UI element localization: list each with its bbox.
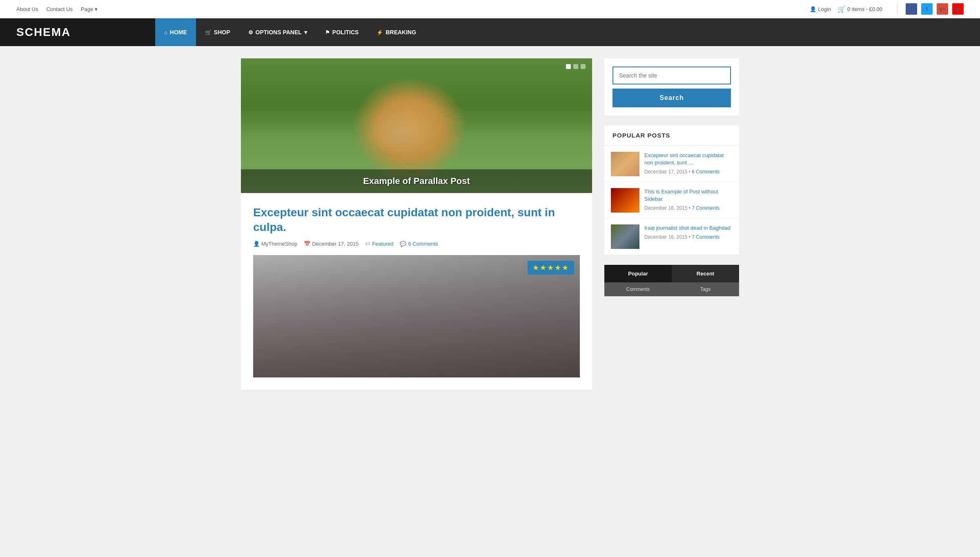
slider-dot-2[interactable] — [573, 64, 578, 69]
post-comments[interactable]: 💬 6 Comments — [400, 241, 438, 247]
search-button[interactable]: Search — [612, 89, 731, 107]
comment-icon: 💬 — [400, 241, 406, 247]
youtube-icon[interactable]: ▶ — [952, 3, 964, 15]
politics-icon: ⚑ — [325, 29, 330, 36]
popular-post-meta-1: December 17, 2015 • 6 Comments — [644, 169, 733, 175]
googleplus-icon[interactable]: g+ — [937, 3, 948, 15]
slider: Example of Parallax Post — [241, 58, 592, 193]
post-wrapper: Excepteur sint occaecat cupidatat non pr… — [241, 193, 592, 390]
breaking-icon: ⚡ — [376, 29, 383, 36]
nav-shop[interactable]: 🛒 SHOP — [196, 18, 239, 46]
popular-post-item-3: Iraqi journalist shot dead in Baghdad De… — [604, 219, 739, 255]
stars-rating: ★★★★★ — [528, 261, 574, 275]
login-link[interactable]: 👤 Login — [810, 6, 831, 12]
slider-caption: Example of Parallax Post — [241, 169, 592, 193]
page-link[interactable]: Page ▾ — [81, 6, 98, 12]
tag-icon: 🏷 — [365, 241, 370, 247]
popular-post-info-2: This is Example of Post without Sidebar … — [644, 188, 733, 211]
slider-dots — [566, 64, 586, 69]
nav-options-panel[interactable]: ⚙ OPTIONS PANEL ▾ — [239, 18, 316, 46]
popular-post-comments-link-3[interactable]: 7 Comments — [692, 234, 719, 240]
popular-post-item: Excepteur sint occaecat cupidatat non pr… — [604, 146, 739, 182]
post-featured-image: ★★★★★ — [253, 255, 580, 377]
nav-politics[interactable]: ⚑ POLITICS — [316, 18, 368, 46]
popular-post-title-1[interactable]: Excepteur sint occaecat cupidatat non pr… — [644, 152, 733, 166]
user-icon: 👤 — [810, 6, 816, 12]
site-content: Example of Parallax Post Excepteur sint … — [229, 58, 751, 390]
tabs-widget: Popular Recent Comments Tags — [604, 265, 739, 296]
post-meta: 👤 MyThemeShop 📅 December 17, 2015 🏷 Feat… — [253, 241, 580, 247]
popular-post-info-3: Iraqi journalist shot dead in Baghdad De… — [644, 224, 733, 240]
about-us-link[interactable]: About Us — [16, 6, 38, 12]
popular-post-thumb-1 — [611, 152, 639, 176]
popular-post-info-1: Excepteur sint occaecat cupidatat non pr… — [644, 152, 733, 175]
tab-comments[interactable]: Comments — [604, 282, 672, 296]
cart-icon: 🛒 — [837, 5, 846, 13]
dropdown-arrow-icon: ▾ — [304, 29, 307, 36]
tab-recent[interactable]: Recent — [672, 265, 739, 282]
popular-post-thumb-3 — [611, 224, 639, 249]
post-title[interactable]: Excepteur sint occaecat cupidatat non pr… — [253, 205, 580, 235]
popular-post-comments-link-1[interactable]: 6 Comments — [692, 169, 719, 175]
search-widget: Search — [604, 58, 739, 115]
author-icon: 👤 — [253, 241, 260, 247]
popular-posts-title: POPULAR POSTS — [604, 125, 739, 146]
top-bar-right: 👤 Login 🛒 0 items - £0.00 f t g+ ▶ — [810, 3, 964, 15]
sidebar: Search POPULAR POSTS Excepteur sint occa… — [604, 58, 739, 390]
tab-popular[interactable]: Popular — [604, 265, 672, 282]
nav-breaking[interactable]: ⚡ BREAKING — [368, 18, 425, 46]
home-icon: ⌂ — [164, 29, 167, 36]
nav-home[interactable]: ⌂ HOME — [155, 18, 196, 46]
contact-us-link[interactable]: Contact Us — [46, 6, 72, 12]
calendar-icon: 📅 — [304, 241, 310, 247]
site-header: SCHEMA ⌂ HOME 🛒 SHOP ⚙ OPTIONS PANEL ▾ ⚑… — [0, 18, 980, 46]
top-bar-links: About Us Contact Us Page ▾ — [16, 6, 98, 12]
cart-link[interactable]: 🛒 0 items - £0.00 — [837, 5, 882, 13]
post-date: 📅 December 17, 2015 — [304, 241, 359, 247]
main-nav: ⌂ HOME 🛒 SHOP ⚙ OPTIONS PANEL ▾ ⚑ POLITI… — [155, 18, 980, 46]
post-author: 👤 MyThemeShop — [253, 241, 297, 247]
twitter-icon[interactable]: t — [921, 3, 933, 15]
shop-icon: 🛒 — [205, 29, 212, 36]
popular-posts-widget: POPULAR POSTS Excepteur sint occaecat cu… — [604, 125, 739, 255]
popular-post-title-3[interactable]: Iraqi journalist shot dead in Baghdad — [644, 224, 733, 232]
facebook-icon[interactable]: f — [906, 3, 917, 15]
slider-dot-1[interactable] — [566, 64, 571, 69]
search-input[interactable] — [612, 67, 731, 84]
popular-post-comments-link-2[interactable]: 7 Comments — [692, 205, 719, 211]
post-category[interactable]: 🏷 Featured — [365, 241, 393, 247]
popular-post-item-2: This is Example of Post without Sidebar … — [604, 182, 739, 219]
top-bar: About Us Contact Us Page ▾ 👤 Login 🛒 0 i… — [0, 0, 980, 18]
popular-post-title-2[interactable]: This is Example of Post without Sidebar — [644, 188, 733, 203]
options-icon: ⚙ — [248, 29, 253, 36]
site-logo: SCHEMA — [0, 18, 155, 46]
main-column: Example of Parallax Post Excepteur sint … — [241, 58, 592, 390]
social-icons: f t g+ ▶ — [897, 3, 964, 15]
popular-post-thumb-2 — [611, 188, 639, 213]
popular-post-meta-2: December 16, 2015 • 7 Comments — [644, 205, 733, 211]
popular-post-meta-3: December 16, 2015 • 7 Comments — [644, 234, 733, 240]
slider-dot-3[interactable] — [581, 64, 586, 69]
tabs-secondary-header: Comments Tags — [604, 282, 739, 296]
tab-tags[interactable]: Tags — [672, 282, 739, 296]
tabs-primary-header: Popular Recent — [604, 265, 739, 282]
